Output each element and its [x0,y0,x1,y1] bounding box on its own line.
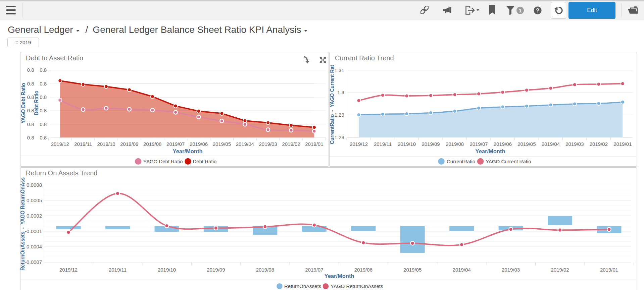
svg-text:0.8: 0.8 [40,121,47,127]
svg-text:2019/03: 2019/03 [259,141,277,147]
svg-text:2019/04: 2019/04 [453,267,471,273]
svg-text:2019/01: 2019/01 [613,141,632,147]
svg-text:2019/09: 2019/09 [422,141,440,147]
svg-text:0.8: 0.8 [27,81,34,86]
svg-text:2019/04: 2019/04 [236,141,254,147]
svg-text:0.8: 0.8 [27,121,34,127]
svg-text:1.31: 1.31 [335,67,344,73]
svg-text:Debt Ratio: Debt Ratio [193,159,217,164]
svg-text:ReturnOnAssets: ReturnOnAssets [284,283,321,289]
svg-text:2019/11: 2019/11 [374,141,392,147]
svg-text:2019/12: 2019/12 [51,141,69,147]
svg-text:2019/12: 2019/12 [59,267,78,273]
svg-text:2019/09: 2019/09 [120,141,138,147]
svg-text:?: ? [536,7,539,14]
svg-text:1.29: 1.29 [335,112,344,118]
svg-text:YAGO Debt Ratio: YAGO Debt Ratio [20,83,26,123]
svg-text:2019/05: 2019/05 [213,141,231,147]
svg-text:Current Ratio Trend: Current Ratio Trend [335,54,394,62]
svg-text:0.8: 0.8 [40,81,47,86]
svg-text:2019/10: 2019/10 [398,141,416,147]
svg-text:Year/Month: Year/Month [173,148,203,154]
svg-text:2019/10: 2019/10 [158,267,176,273]
svg-text:0.0002: 0.0002 [27,213,42,219]
svg-text:2019/10: 2019/10 [97,141,115,147]
svg-text:CurrentRatio: CurrentRatio [447,159,475,164]
svg-text:2019/02: 2019/02 [282,141,300,147]
svg-text:0.8: 0.8 [27,135,34,140]
svg-text:2019/08: 2019/08 [256,267,274,273]
svg-text:2019/09: 2019/09 [207,267,225,273]
svg-text:ReturnOnAssets - YAGO Return: ReturnOnAssets - YAGO ReturnOnAss [20,177,26,271]
svg-text:2019/04: 2019/04 [542,141,560,147]
svg-text:2019/05: 2019/05 [517,141,536,147]
svg-text:Year/Month: Year/Month [325,273,354,279]
svg-text:2019/02: 2019/02 [590,141,608,147]
svg-text:2019/06: 2019/06 [354,267,373,273]
svg-text:2019/05: 2019/05 [403,267,422,273]
svg-text:0.8: 0.8 [40,67,47,73]
svg-text:-0.0004: -0.0004 [25,244,42,249]
svg-text:2019/07: 2019/07 [305,267,323,273]
svg-text:0.8: 0.8 [40,135,47,140]
svg-text:0.0005: 0.0005 [27,197,42,203]
svg-text:CurrentRatio - YAGO Current: CurrentRatio - YAGO Current Rat [329,65,335,144]
svg-text:2019/03: 2019/03 [565,141,584,147]
svg-text:1.28: 1.28 [335,134,344,140]
svg-text:2019/02: 2019/02 [551,267,569,273]
svg-text:0.8: 0.8 [40,108,47,113]
svg-text:2019/07: 2019/07 [166,141,185,147]
svg-text:2019/07: 2019/07 [469,141,488,147]
svg-text:2019/01: 2019/01 [305,141,323,147]
svg-text:-0.0007: -0.0007 [25,259,42,265]
svg-text:2019/06: 2019/06 [190,141,208,147]
svg-text:YAGO ReturnOnAssets: YAGO ReturnOnAssets [331,283,383,289]
svg-text:0.8: 0.8 [27,94,34,100]
svg-text:2019/11: 2019/11 [74,141,92,147]
svg-text:0.0008: 0.0008 [27,182,42,188]
svg-text:2019/12: 2019/12 [350,141,368,147]
svg-text:1: 1 [519,8,522,13]
svg-text:Return On Assets Trend: Return On Assets Trend [26,169,97,177]
svg-text:0.8: 0.8 [27,108,34,113]
svg-text:Debt Ratio: Debt Ratio [34,91,39,115]
svg-text:2019/11: 2019/11 [109,267,127,273]
svg-text:0.8: 0.8 [40,94,47,100]
svg-text:2019/08: 2019/08 [446,141,464,147]
svg-text:Year/Month: Year/Month [476,148,505,154]
svg-text:2019/08: 2019/08 [143,141,161,147]
svg-text:-0.0001: -0.0001 [25,228,42,234]
svg-text:2019/03: 2019/03 [502,267,520,273]
svg-text:2019/06: 2019/06 [494,141,512,147]
svg-text:Debt to Asset Ratio: Debt to Asset Ratio [26,54,83,62]
svg-text:1.3: 1.3 [337,90,344,95]
svg-text:0.8: 0.8 [27,67,34,73]
svg-text:2019/01: 2019/01 [600,267,618,273]
svg-text:YAGO Debt Ratio: YAGO Debt Ratio [143,159,183,164]
svg-text:YAGO Current Ratio: YAGO Current Ratio [486,159,531,164]
